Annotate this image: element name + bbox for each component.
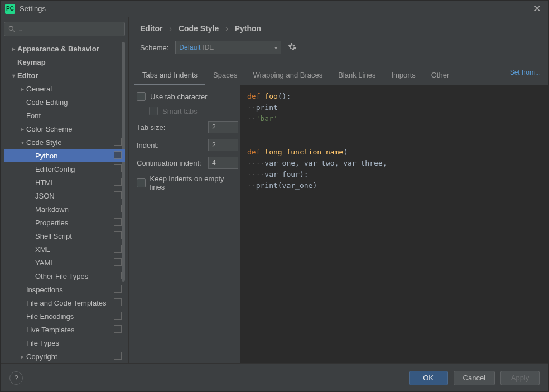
cancel-button[interactable]: Cancel: [454, 371, 495, 385]
settings-tree: Appearance & BehaviorKeymapEditorGeneral…: [4, 42, 125, 363]
chevron-right-icon: ›: [225, 24, 228, 33]
scope-icon: [114, 353, 121, 360]
chevron-right-icon[interactable]: [18, 126, 26, 132]
scope-icon: [114, 152, 121, 159]
tree-item-shell-script[interactable]: Shell Script: [4, 229, 125, 243]
chevron-right-icon[interactable]: [9, 46, 17, 52]
tree-item-label: Python: [35, 152, 57, 160]
tree-item-label: Shell Script: [35, 232, 72, 240]
tab-imports[interactable]: Imports: [383, 66, 423, 85]
tree-item-properties[interactable]: Properties: [4, 216, 125, 229]
tree-item-label: File and Code Templates: [26, 299, 107, 307]
tree-item-python[interactable]: Python: [4, 149, 125, 162]
breadcrumb: Editor › Code Style › Python: [129, 17, 548, 38]
tree-item-markdown[interactable]: Markdown: [4, 202, 125, 216]
app-icon: PC: [5, 4, 15, 14]
apply-button[interactable]: Apply: [500, 371, 540, 385]
tree-item-code-editing[interactable]: Code Editing: [4, 95, 125, 109]
tree-item-font[interactable]: Font: [4, 109, 125, 122]
cont-indent-label: Continuation indent:: [137, 159, 201, 167]
footer: ? OK Cancel Apply: [1, 363, 548, 392]
cont-indent-input[interactable]: 4: [208, 157, 238, 169]
scope-icon: [114, 259, 121, 266]
scheme-row: Scheme: DefaultIDE ▾: [129, 38, 548, 62]
tree-item-general[interactable]: General: [4, 82, 125, 95]
crumb-editor[interactable]: Editor: [140, 24, 162, 33]
tree-item-label: File Types: [26, 339, 59, 347]
set-from-link[interactable]: Set from...: [510, 69, 541, 76]
tree-item-editorconfig[interactable]: EditorConfig: [4, 162, 125, 176]
tree-item-label: Keymap: [17, 58, 46, 66]
checkbox-icon: [149, 107, 158, 115]
tree-item-other-file-types[interactable]: Other File Types: [4, 269, 125, 283]
tree-item-label: Other File Types: [35, 272, 88, 280]
tree-item-label: HTML: [35, 178, 55, 187]
scope-icon: [114, 179, 121, 186]
help-icon[interactable]: ?: [9, 371, 23, 385]
chevron-down-icon[interactable]: [18, 139, 26, 146]
tree-item-label: Properties: [35, 219, 68, 227]
tree-item-yaml[interactable]: YAML: [4, 256, 125, 269]
scope-icon: [114, 286, 121, 293]
tree-item-file-and-code-templates[interactable]: File and Code Templates: [4, 296, 125, 309]
tree-item-label: EditorConfig: [35, 165, 75, 173]
scope-icon: [114, 166, 121, 172]
tree-item-label: Copyright: [26, 352, 57, 361]
scheme-label: Scheme:: [140, 43, 168, 52]
scope-icon: [114, 299, 121, 306]
scope-icon: [114, 246, 121, 253]
tree-item-xml[interactable]: XML: [4, 243, 125, 256]
crumb-codestyle[interactable]: Code Style: [179, 24, 219, 33]
scope-icon: [114, 192, 121, 199]
gear-icon[interactable]: [288, 42, 297, 53]
tree-item-live-templates[interactable]: Live Templates: [4, 323, 125, 336]
tree-item-file-types[interactable]: File Types: [4, 336, 125, 350]
checkbox-icon: [137, 178, 146, 187]
tree-item-file-encodings[interactable]: File Encodings: [4, 309, 125, 323]
indent-label: Indent:: [137, 141, 159, 149]
tree-item-copyright[interactable]: Copyright: [4, 350, 125, 363]
tree-item-keymap[interactable]: Keymap: [4, 55, 125, 69]
tree-item-label: Live Templates: [26, 326, 74, 334]
titlebar: PC Settings ✕: [1, 1, 548, 17]
ok-button[interactable]: OK: [409, 371, 448, 385]
tree-item-label: File Encodings: [26, 312, 74, 321]
tab-wrapping-and-braces[interactable]: Wrapping and Braces: [245, 66, 330, 85]
scope-icon: [114, 313, 121, 320]
chevron-down-icon[interactable]: [9, 72, 17, 79]
tree-item-json[interactable]: JSON: [4, 189, 125, 202]
tab-tabs-and-indents[interactable]: Tabs and Indents: [134, 66, 205, 85]
tree-item-html[interactable]: HTML: [4, 176, 125, 189]
smart-tabs-checkbox: Smart tabs: [137, 107, 238, 115]
tab-blank-lines[interactable]: Blank Lines: [330, 66, 383, 85]
checkbox-icon: [137, 92, 146, 101]
chevron-right-icon[interactable]: [18, 86, 26, 92]
tree-item-inspections[interactable]: Inspections: [4, 283, 125, 296]
tab-size-input[interactable]: 2: [208, 121, 238, 133]
scope-icon: [114, 233, 121, 239]
tab-other[interactable]: Other: [423, 66, 458, 85]
search-input[interactable]: ⌄: [4, 22, 125, 36]
tab-spaces[interactable]: Spaces: [205, 66, 245, 85]
close-icon[interactable]: ✕: [530, 3, 544, 14]
chevron-right-icon: ›: [169, 24, 172, 33]
svg-point-0: [9, 26, 13, 30]
scope-icon: [114, 139, 121, 146]
tree-item-editor[interactable]: Editor: [4, 69, 125, 82]
tree-item-label: Markdown: [35, 205, 69, 214]
crumb-python: Python: [235, 24, 261, 33]
scheme-dropdown[interactable]: DefaultIDE ▾: [175, 41, 281, 54]
use-tab-char-checkbox[interactable]: Use tab character: [137, 92, 238, 101]
tree-item-label: Inspections: [26, 285, 63, 294]
tree-item-code-style[interactable]: Code Style: [4, 135, 125, 149]
tree-item-color-scheme[interactable]: Color Scheme: [4, 122, 125, 135]
tree-item-appearance-behavior[interactable]: Appearance & Behavior: [4, 42, 125, 55]
chevron-right-icon[interactable]: [18, 354, 26, 360]
keep-indents-checkbox[interactable]: Keep indents on empty lines: [137, 175, 238, 191]
tree-item-label: Code Style: [26, 138, 62, 147]
tabs: Tabs and IndentsSpacesWrapping and Brace…: [129, 66, 548, 85]
sidebar: ⌄ Appearance & BehaviorKeymapEditorGener…: [1, 17, 129, 363]
tree-item-label: Color Scheme: [26, 125, 72, 133]
indent-input[interactable]: 2: [208, 139, 238, 151]
tree-item-label: Code Editing: [26, 98, 68, 107]
